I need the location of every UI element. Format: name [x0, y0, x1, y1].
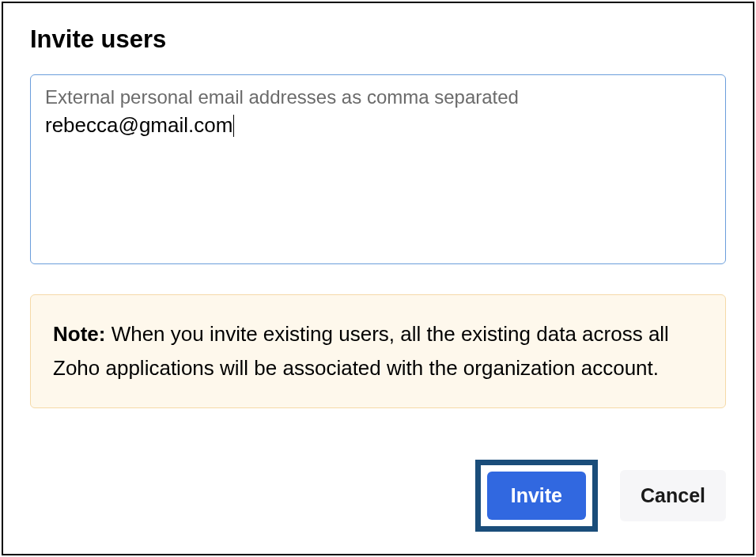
- invite-users-dialog: Invite users External personal email add…: [2, 2, 754, 555]
- note-text: Note: When you invite existing users, al…: [53, 322, 669, 380]
- invite-button-highlight: Invite: [475, 460, 598, 532]
- email-input-value: rebecca@gmail.com: [45, 113, 232, 138]
- cancel-button[interactable]: Cancel: [620, 470, 726, 521]
- button-row: Invite Cancel: [475, 460, 726, 532]
- email-input[interactable]: External personal email addresses as com…: [30, 74, 726, 264]
- dialog-title: Invite users: [30, 25, 726, 54]
- note-prefix: Note:: [53, 322, 105, 346]
- invite-button[interactable]: Invite: [487, 472, 586, 520]
- email-input-label: External personal email addresses as com…: [45, 86, 711, 108]
- note-box: Note: When you invite existing users, al…: [30, 294, 726, 408]
- note-body: When you invite existing users, all the …: [53, 322, 669, 380]
